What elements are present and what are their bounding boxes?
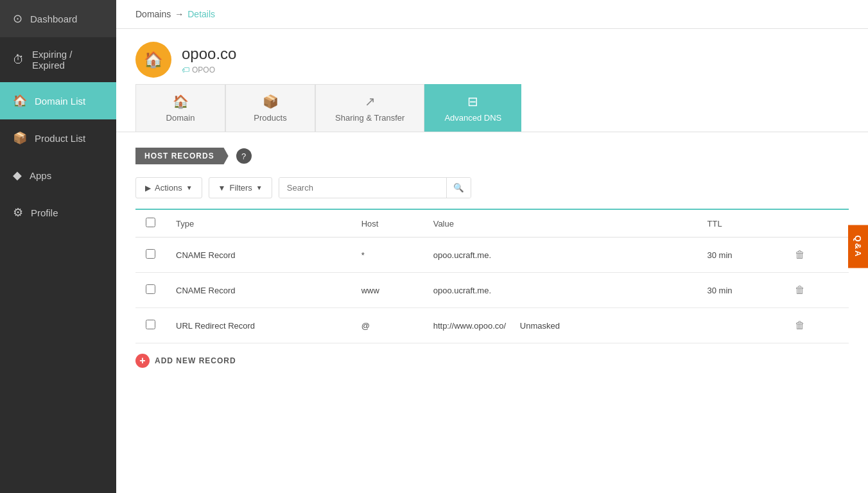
domain-list-icon: 🏠 xyxy=(13,94,27,108)
main-content: Domains → Details 🏠 opoo.co 🏷 OPOO 🏠 Dom… xyxy=(116,0,868,493)
row-ttl: 30 min xyxy=(697,238,782,273)
row-delete-cell: 🗑 xyxy=(782,238,849,273)
row-type: URL Redirect Record xyxy=(166,308,351,343)
col-actions xyxy=(782,209,849,238)
filters-chevron-icon: ▼ xyxy=(256,184,263,191)
col-host: Host xyxy=(351,209,423,238)
sidebar-item-label: Product List xyxy=(35,133,85,144)
sidebar-item-product-list[interactable]: 📦 Product List xyxy=(0,119,116,157)
col-checkbox xyxy=(135,209,166,238)
sidebar-item-label: Dashboard xyxy=(30,13,77,24)
add-record-label: ADD NEW RECORD xyxy=(155,356,236,365)
sidebar-item-label: Profile xyxy=(31,207,58,218)
row-value: opoo.ucraft.me. xyxy=(423,273,697,308)
col-ttl: TTL xyxy=(697,209,782,238)
breadcrumb-arrow: → xyxy=(175,9,184,19)
sidebar-item-apps[interactable]: ◆ Apps xyxy=(0,157,116,194)
actions-play-icon: ▶ xyxy=(145,184,151,193)
add-record-row[interactable]: + ADD NEW RECORD xyxy=(135,343,849,378)
breadcrumb: Domains → Details xyxy=(116,0,868,29)
domain-tag: 🏷 OPOO xyxy=(182,65,236,74)
product-list-icon: 📦 xyxy=(13,131,27,145)
row-type: CNAME Record xyxy=(166,238,351,273)
col-value: Value xyxy=(423,209,697,238)
tab-products-icon: 📦 xyxy=(263,94,279,109)
table-header-row: Type Host Value TTL xyxy=(135,209,849,238)
row-delete-cell: 🗑 xyxy=(782,273,849,308)
actions-chevron-icon: ▼ xyxy=(186,184,193,191)
sidebar: ⊙ Dashboard ⏱ Expiring / Expired 🏠 Domai… xyxy=(0,0,116,493)
domain-logo: 🏠 xyxy=(135,42,171,78)
row-host: www xyxy=(351,273,423,308)
search-button[interactable]: 🔍 xyxy=(446,178,471,198)
row-host: * xyxy=(351,238,423,273)
row-ttl: 30 min xyxy=(697,273,782,308)
row-value: opoo.ucraft.me. xyxy=(423,238,697,273)
section-header: HOST RECORDS ? xyxy=(135,148,849,164)
tab-products[interactable]: 📦 Products xyxy=(225,84,315,132)
tab-sharing-label: Sharing & Transfer xyxy=(335,113,404,123)
domain-title-row: 🏠 opoo.co 🏷 OPOO xyxy=(135,42,849,78)
domain-info: opoo.co 🏷 OPOO xyxy=(182,45,236,74)
table-row: URL Redirect Record @ http://www.opoo.co… xyxy=(135,308,849,343)
actions-button[interactable]: ▶ Actions ▼ xyxy=(135,177,202,198)
add-icon: + xyxy=(135,354,150,368)
domain-name: opoo.co xyxy=(182,45,236,63)
filters-button[interactable]: ▼ Filters ▼ xyxy=(209,177,272,198)
filter-icon: ▼ xyxy=(218,184,226,193)
tab-domain-label: Domain xyxy=(166,113,195,123)
qa-tab[interactable]: Q&A xyxy=(848,225,868,268)
filters-label: Filters xyxy=(229,183,252,193)
sidebar-item-dashboard[interactable]: ⊙ Dashboard xyxy=(0,0,116,37)
delete-button-1[interactable]: 🗑 xyxy=(792,282,808,298)
content-area: HOST RECORDS ? ▶ Actions ▼ ▼ Filters ▼ 🔍 xyxy=(116,132,868,493)
row-checkbox-0[interactable] xyxy=(146,249,155,259)
dashboard-icon: ⊙ xyxy=(13,12,22,26)
domain-header: 🏠 opoo.co 🏷 OPOO 🏠 Domain 📦 Products ↗ xyxy=(116,29,868,132)
tab-sharing-transfer[interactable]: ↗ Sharing & Transfer xyxy=(315,84,424,132)
expiring-icon: ⏱ xyxy=(13,53,24,67)
domain-logo-icon: 🏠 xyxy=(144,51,163,69)
toolbar: ▶ Actions ▼ ▼ Filters ▼ 🔍 xyxy=(135,177,849,198)
delete-button-2[interactable]: 🗑 xyxy=(792,317,808,334)
tabs: 🏠 Domain 📦 Products ↗ Sharing & Transfer… xyxy=(135,84,849,132)
help-icon[interactable]: ? xyxy=(236,148,252,164)
row-checkbox-cell xyxy=(135,308,166,343)
row-checkbox-cell xyxy=(135,238,166,273)
search-icon: 🔍 xyxy=(453,183,464,193)
delete-button-0[interactable]: 🗑 xyxy=(792,246,808,263)
tag-icon: 🏷 xyxy=(182,65,189,74)
records-table: Type Host Value TTL CNAME Record * opoo.… xyxy=(135,209,849,343)
tab-dns-icon: ⊟ xyxy=(467,94,478,109)
profile-icon: ⚙ xyxy=(13,205,23,220)
table-row: CNAME Record * opoo.ucraft.me. 30 min 🗑 xyxy=(135,238,849,273)
apps-icon: ◆ xyxy=(13,168,22,182)
row-checkbox-1[interactable] xyxy=(146,284,155,294)
sidebar-item-expiring[interactable]: ⏱ Expiring / Expired xyxy=(0,37,116,82)
breadcrumb-domains[interactable]: Domains xyxy=(135,9,171,19)
sidebar-item-domain-list[interactable]: 🏠 Domain List xyxy=(0,82,116,119)
breadcrumb-details: Details xyxy=(187,9,215,19)
table-row: CNAME Record www opoo.ucraft.me. 30 min … xyxy=(135,273,849,308)
row-delete-cell: 🗑 xyxy=(782,308,849,343)
col-type: Type xyxy=(166,209,351,238)
sidebar-item-label: Apps xyxy=(30,170,51,181)
domain-tag-text: OPOO xyxy=(192,65,215,74)
row-value: http://www.opoo.co/ Unmasked xyxy=(423,308,697,343)
tab-dns-label: Advanced DNS xyxy=(444,113,501,123)
host-records-title: HOST RECORDS xyxy=(135,148,229,164)
search-input[interactable] xyxy=(279,178,446,198)
actions-label: Actions xyxy=(155,183,182,193)
row-ttl xyxy=(697,308,782,343)
tab-advanced-dns[interactable]: ⊟ Advanced DNS xyxy=(424,84,521,132)
sidebar-item-label: Expiring / Expired xyxy=(32,49,103,71)
sidebar-item-profile[interactable]: ⚙ Profile xyxy=(0,194,116,231)
search-box: 🔍 xyxy=(279,177,471,198)
row-checkbox-cell xyxy=(135,273,166,308)
select-all-checkbox[interactable] xyxy=(146,218,155,227)
tab-sharing-icon: ↗ xyxy=(365,94,376,109)
tab-domain[interactable]: 🏠 Domain xyxy=(135,84,225,132)
sidebar-item-label: Domain List xyxy=(35,96,85,107)
row-checkbox-2[interactable] xyxy=(146,320,155,329)
row-type: CNAME Record xyxy=(166,273,351,308)
